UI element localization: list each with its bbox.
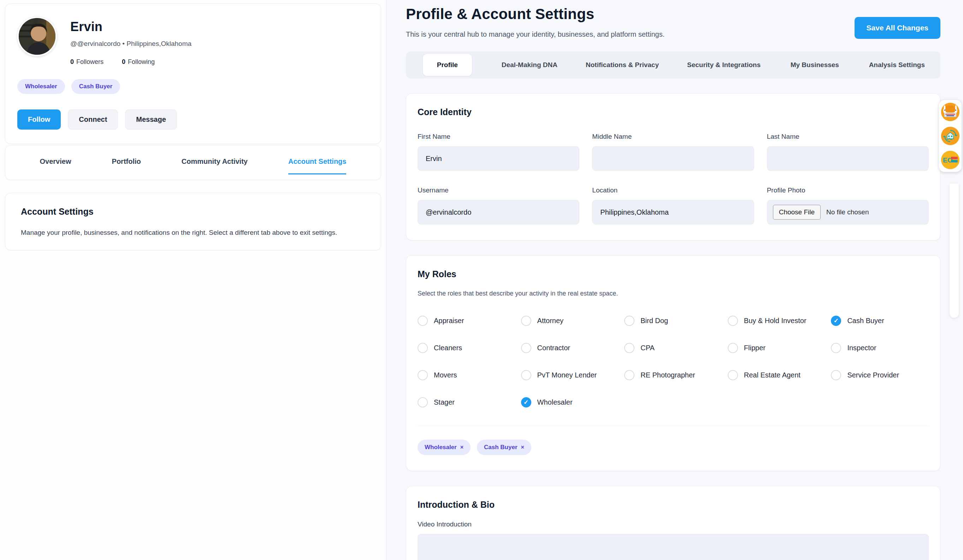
role-label: Cash Buyer xyxy=(847,317,884,325)
profile-handle: @@ervinalcordo • Philippines,Oklahoma xyxy=(70,40,191,48)
profile-tab-account-settings[interactable]: Account Settings xyxy=(288,157,346,175)
page-title: Profile & Account Settings xyxy=(406,6,665,23)
follow-button[interactable]: Follow xyxy=(17,110,61,129)
message-button[interactable]: Message xyxy=(125,110,177,129)
connect-button[interactable]: Connect xyxy=(68,110,118,129)
page-subtitle: This is your central hub to manage your … xyxy=(406,30,665,39)
role-checkbox-item[interactable]: ✓ Movers xyxy=(418,370,516,380)
followers-label: Followers xyxy=(76,58,104,65)
role-checkbox-item[interactable]: ✓ Bird Dog xyxy=(624,316,722,326)
my-roles-subtitle: Select the roles that best describe your… xyxy=(418,290,929,297)
middle-name-field[interactable] xyxy=(592,146,754,171)
settings-tab-security-integrations[interactable]: Security & Integrations xyxy=(673,54,775,76)
role-checkbox-icon[interactable]: ✓ xyxy=(418,397,428,408)
selected-role-tag-label: Wholesaler xyxy=(425,444,457,451)
role-checkbox-item[interactable]: ✓ PvT Money Lender xyxy=(521,370,619,380)
settings-tab-my-businesses[interactable]: My Businesses xyxy=(775,54,855,76)
remove-tag-icon[interactable]: × xyxy=(460,444,464,450)
account-settings-note-title: Account Settings xyxy=(21,207,365,217)
selected-role-tag-label: Cash Buyer xyxy=(484,444,517,451)
role-checkbox-icon[interactable]: ✓ xyxy=(831,370,841,380)
badge-dock: EO xyxy=(939,100,961,172)
settings-tab-deal-making-dna[interactable]: Deal-Making DNA xyxy=(488,54,572,76)
intro-bio-title: Introduction & Bio xyxy=(418,500,929,510)
role-label: Service Provider xyxy=(847,371,899,379)
avatar xyxy=(17,16,57,56)
role-label: Contractor xyxy=(537,344,570,352)
account-settings-note-description: Manage your profile, businesses, and not… xyxy=(21,229,365,236)
role-checkbox-item[interactable]: ✓ Real Estate Agent xyxy=(728,370,825,380)
role-checkbox-icon[interactable]: ✓ xyxy=(521,370,531,380)
settings-tab-notifications-privacy[interactable]: Notifications & Privacy xyxy=(572,54,673,76)
selected-role-tag: Cash Buyer × xyxy=(477,440,531,455)
profile-tab-community-activity[interactable]: Community Activity xyxy=(182,157,248,173)
profile-photo-file-input[interactable]: Choose File No file chosen xyxy=(767,200,929,225)
role-checkbox-icon[interactable]: ✓ xyxy=(728,370,738,380)
selected-role-tags: Wholesaler × Cash Buyer × xyxy=(418,440,929,455)
middle-name-label: Middle Name xyxy=(592,133,754,141)
username-label: Username xyxy=(418,186,579,194)
last-name-group: Last Name xyxy=(767,133,929,171)
profile-name: Ervin xyxy=(70,19,191,34)
role-checkbox-item[interactable]: ✓ Buy & Hold Investor xyxy=(728,316,825,326)
role-checkbox-item[interactable]: ✓ Attorney xyxy=(521,316,619,326)
role-checkbox-item[interactable]: ✓ Inspector xyxy=(831,343,929,353)
username-field[interactable] xyxy=(418,200,579,225)
last-name-field[interactable] xyxy=(767,146,929,171)
username-group: Username xyxy=(418,186,579,225)
profile-photo-group: Profile Photo Choose File No file chosen xyxy=(767,186,929,225)
role-checkbox-item[interactable]: ✓ Cash Buyer xyxy=(831,316,929,326)
role-checkbox-item[interactable]: ✓ Service Provider xyxy=(831,370,929,380)
role-checkbox-icon[interactable]: ✓ xyxy=(624,370,634,380)
role-checkbox-icon[interactable]: ✓ xyxy=(728,316,738,326)
scrollbar-handle[interactable] xyxy=(950,184,959,318)
role-checkbox-icon[interactable]: ✓ xyxy=(521,397,531,408)
role-checkbox-icon[interactable]: ✓ xyxy=(728,343,738,353)
role-checkbox-icon[interactable]: ✓ xyxy=(418,370,428,380)
roles-grid: ✓ Appraiser ✓ Attorney ✓ Bird Dog ✓ Buy … xyxy=(418,316,929,408)
role-checkbox-icon[interactable]: ✓ xyxy=(418,316,428,326)
first-name-field[interactable] xyxy=(418,146,579,171)
role-checkbox-icon[interactable]: ✓ xyxy=(624,316,634,326)
location-label: Location xyxy=(592,186,754,194)
role-label: Bird Dog xyxy=(640,317,668,325)
bunny-community-badge-icon[interactable] xyxy=(941,103,960,121)
real-estate-investor-badge-icon[interactable]: EO xyxy=(941,151,960,169)
save-all-changes-button[interactable]: Save All Changes xyxy=(854,17,940,39)
choose-file-button[interactable]: Choose File xyxy=(773,205,820,220)
first-name-group: First Name xyxy=(418,133,579,171)
role-checkbox-item[interactable]: ✓ CPA xyxy=(624,343,722,353)
settings-tab-analysis-settings[interactable]: Analysis Settings xyxy=(855,54,939,76)
role-label: Real Estate Agent xyxy=(744,371,801,379)
house-handshake-badge-icon[interactable] xyxy=(941,127,960,145)
my-roles-card: My Roles Select the roles that best desc… xyxy=(406,255,940,471)
roles-divider xyxy=(418,426,929,426)
role-label: Buy & Hold Investor xyxy=(744,317,806,325)
settings-tab-profile[interactable]: Profile xyxy=(407,54,488,76)
role-checkbox-item[interactable]: ✓ Wholesaler xyxy=(521,397,619,408)
profile-role-tags: Wholesaler Cash Buyer xyxy=(17,79,369,94)
role-label: Appraiser xyxy=(434,317,464,325)
profile-tab-overview[interactable]: Overview xyxy=(40,157,71,173)
remove-tag-icon[interactable]: × xyxy=(521,444,524,450)
role-checkbox-icon[interactable]: ✓ xyxy=(418,343,428,353)
settings-tab-bar: Profile Deal-Making DNA Notifications & … xyxy=(406,52,940,78)
role-checkbox-item[interactable]: ✓ Flipper xyxy=(728,343,825,353)
video-introduction-field[interactable] xyxy=(418,534,929,560)
role-checkbox-icon[interactable]: ✓ xyxy=(831,343,841,353)
role-checkbox-icon[interactable]: ✓ xyxy=(624,343,634,353)
role-label: Cleaners xyxy=(434,344,462,352)
role-checkbox-icon[interactable]: ✓ xyxy=(521,316,531,326)
role-label: Movers xyxy=(434,371,457,379)
location-field[interactable] xyxy=(592,200,754,225)
profile-tab-portfolio[interactable]: Portfolio xyxy=(112,157,141,173)
role-checkbox-item[interactable]: ✓ Stager xyxy=(418,397,516,408)
role-checkbox-icon[interactable]: ✓ xyxy=(521,343,531,353)
role-checkbox-item[interactable]: ✓ Cleaners xyxy=(418,343,516,353)
profile-photo-label: Profile Photo xyxy=(767,186,929,194)
role-checkbox-item[interactable]: ✓ RE Photographer xyxy=(624,370,722,380)
role-checkbox-item[interactable]: ✓ Appraiser xyxy=(418,316,516,326)
profile-card: Ervin @@ervinalcordo • Philippines,Oklah… xyxy=(5,3,381,144)
role-checkbox-icon[interactable]: ✓ xyxy=(831,316,841,326)
role-checkbox-item[interactable]: ✓ Contractor xyxy=(521,343,619,353)
